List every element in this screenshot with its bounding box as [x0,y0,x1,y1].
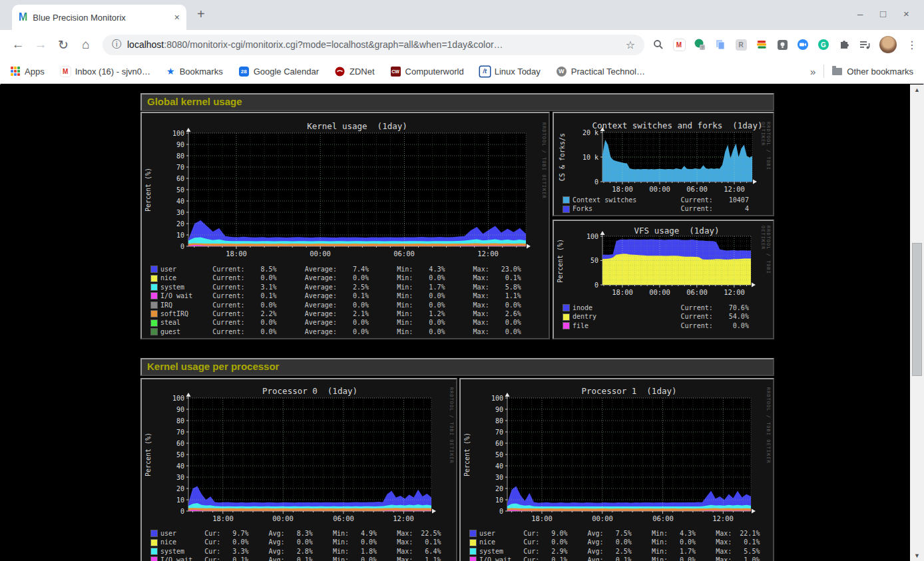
y-tick-label: 30 [474,474,503,481]
x-tick-label: 12:00 [717,288,752,296]
chart-title: VFS usage (1day) [634,226,720,236]
bookmark-computerworld[interactable]: CW Computerworld [391,67,464,77]
bookmark-google-calendar[interactable]: 28 Google Calendar [239,67,319,77]
processor1-graph-box: Processor 1 (1day)Percent (%)01020304050… [459,378,774,561]
context-switches-chart[interactable]: Context switches and forks (1day)CS & fo… [554,113,773,215]
media-queue-icon[interactable] [859,39,871,51]
legend-row: nice Cur: 0.0% Avg: 0.0% Min: 0.0% Max: … [151,538,441,546]
x-tick-label: 18:00 [525,514,559,522]
extensions-puzzle-icon[interactable] [838,39,850,51]
legend-row: user Current: 8.5% Average: 7.4% Min: 4.… [151,265,521,274]
maximize-button[interactable]: □ [880,8,886,19]
profile-avatar[interactable] [879,36,897,53]
y-tick-label: 0 [474,508,503,515]
legend-row: guest Current: 0.0% Average: 0.0% Min: 0… [151,327,521,336]
context-switches-graph-box: Context switches and forks (1day)CS & fo… [553,112,774,216]
folder-icon [832,68,842,75]
reload-button[interactable]: ↻ [52,37,75,53]
browser-tab[interactable]: M Blue Precision Monitorix × [12,5,186,30]
processor0-graph-box: Processor 0 (1day)Percent (%)01020304050… [140,378,457,561]
bookmarks-overflow-chevron[interactable]: » [810,66,815,77]
y-tick-label: 50 [155,186,184,194]
bookmark-apps[interactable]: Apps [11,67,45,77]
bookmark-star-icon[interactable]: ☆ [626,39,635,51]
apps-grid-icon [11,67,20,76]
browser-menu-icon[interactable]: ⋮ [907,39,917,51]
y-tick-label: 20 [155,485,184,492]
y-tick-label: 20 [474,485,503,492]
y-tick-label: 70 [155,164,184,171]
x-tick-label: 18:00 [605,185,640,193]
other-bookmarks[interactable]: Other bookmarks [832,67,913,77]
vfs-usage-chart[interactable]: VFS usage (1day)Percent (%)05010018:0000… [554,221,773,338]
y-tick-label: 50 [474,451,503,459]
y-tick-label: 100 [474,395,503,402]
title-bar: M Blue Precision Monitorix × + – □ × [0,0,924,30]
monitorix-page: Global kernel usage Kernel usage (1day)P… [0,85,913,561]
x-tick-label: 00:00 [642,185,677,193]
x-tick-label: 00:00 [303,250,338,258]
rrdtool-watermark: RRDTOOL / TOBI OETIKER [760,226,771,290]
rrdtool-watermark: RRDTOOL / TOBI OETIKER [449,387,454,516]
x-tick-label: 18:00 [605,288,640,296]
y-tick-label: 40 [155,198,184,205]
x-tick-label: 06:00 [680,185,714,193]
legend-row: user Cur: 9.0% Avg: 7.5% Min: 4.3% Max: … [470,529,760,538]
scroll-up-arrow[interactable]: ▲ [910,87,924,93]
legend-row: IRQ Current: 0.0% Average: 0.0% Min: 0.0… [151,301,521,309]
rrdtool-watermark: RRDTOOL / TOBI OETIKER [766,387,771,516]
chart-title: Processor 0 (1day) [262,386,357,396]
legend-row: nice Cur: 0.0% Avg: 0.0% Min: 0.0% Max: … [470,538,760,546]
kernel-usage-graph-box: Kernel usage (1day)Percent (%)0102030405… [140,112,550,339]
books-stack-icon[interactable] [756,39,768,51]
y-tick-label: 20 [155,220,184,228]
processor0-chart[interactable]: Processor 0 (1day)Percent (%)01020304050… [142,379,456,561]
new-tab-button[interactable]: + [197,7,205,22]
page-info-icon[interactable]: ⓘ [112,39,121,51]
chart-ylabel: Percent (%) [144,433,152,476]
x-tick-label: 06:00 [646,514,680,522]
kernel-usage-chart[interactable]: Kernel usage (1day)Percent (%)0102030405… [142,113,549,338]
legend-row: user Cur: 9.7% Avg: 8.3% Min: 4.9% Max: … [151,529,441,538]
bookmark-linux-today[interactable]: /t Linux Today [480,67,541,77]
minimize-button[interactable]: – [857,8,863,19]
close-button[interactable]: × [903,8,909,19]
back-button[interactable]: ← [7,37,29,52]
y-tick-label: 0 [155,508,184,515]
extension-icons: M ? R G [652,36,917,53]
y-tick-label: 100 [155,395,184,402]
home-button[interactable]: ⌂ [75,37,97,52]
x-tick-label: 18:00 [206,514,240,522]
y-tick-label: 0 [569,281,598,289]
bookmark-practical-technology[interactable]: W Practical Technol… [557,67,645,77]
scrollbar-thumb[interactable] [912,243,922,376]
y-tick-label: 60 [155,440,184,447]
forward-button[interactable]: → [29,37,52,52]
zdnet-icon [335,67,345,77]
y-tick-label: 40 [155,463,184,470]
page-scrollbar[interactable]: ▲ ▼ [910,85,924,561]
y-tick-label: 50 [155,451,184,459]
search-icon[interactable] [652,39,664,51]
bookmark-inbox[interactable]: M Inbox (16) - sjvn0… [61,67,150,77]
r-extension-icon[interactable]: R [735,39,747,51]
x-tick-label: 00:00 [642,288,677,296]
x-tick-label: 12:00 [471,250,505,258]
calendar-icon: 28 [239,67,249,77]
copy-pages-icon[interactable] [714,39,726,51]
bookmark-bookmarks[interactable]: ★ Bookmarks [166,66,223,77]
url-text[interactable]: localhost:8080/monitorix-cgi/monitorix.c… [127,39,503,50]
address-bar[interactable]: ⓘ localhost:8080/monitorix-cgi/monitorix… [103,35,644,55]
bulb-badge-icon[interactable] [776,39,788,51]
bookmark-zdnet[interactable]: ZDNet [335,67,375,77]
zoom-video-icon[interactable] [797,39,809,51]
tab-close-icon[interactable]: × [174,12,180,23]
y-tick-label: 80 [155,417,184,425]
grammarly-icon[interactable]: G [817,39,829,51]
gmail-icon[interactable]: M [673,39,685,51]
processor1-chart[interactable]: Processor 1 (1day)Percent (%)01020304050… [461,379,773,561]
voice-icon[interactable]: ? [694,39,706,51]
chart-legend: inode Current: 70.6%dentry Current: 54.0… [563,303,749,330]
legend-row: softIRQ Current: 2.2% Average: 2.1% Min:… [151,309,521,318]
scroll-down-arrow[interactable]: ▼ [910,552,924,559]
